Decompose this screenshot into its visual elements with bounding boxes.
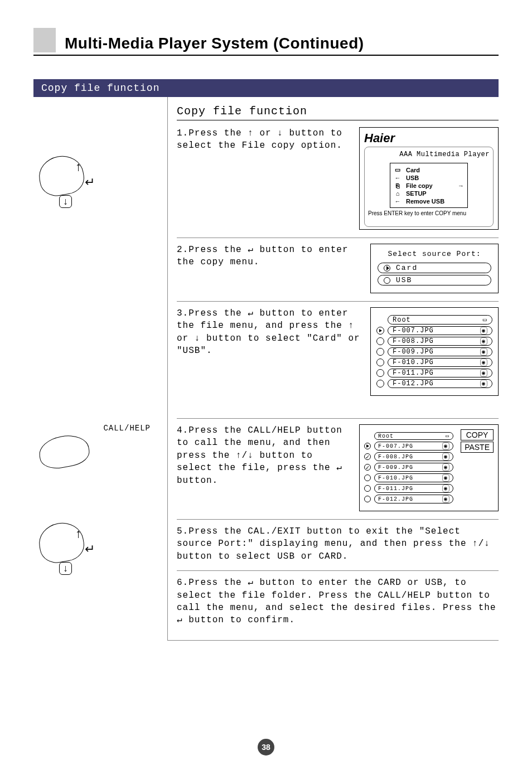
remote-illustration-2 xyxy=(33,436,167,475)
file-name: F-009.JPG xyxy=(378,464,413,471)
enter-icon: ↵ xyxy=(85,175,95,190)
file-name: F-012.JPG xyxy=(378,496,413,502)
osd-select-title: Select source Port: xyxy=(378,250,491,258)
left-column: ↑ ↵ ↓ CALL/HELP ↑ ↵ ↓ xyxy=(33,97,167,641)
file-name: F-008.JPG xyxy=(378,454,413,460)
menu-label: Remove USB xyxy=(406,198,444,205)
radio-selected-icon xyxy=(364,443,371,449)
arrow-down-icon: ↓ xyxy=(59,195,72,208)
image-icon: ◉ xyxy=(480,348,487,356)
copy-icon: ⎘ xyxy=(394,182,402,189)
osd-file-list: Root ▭ F-007.JPG◉ F-008.JPG◉ F-0 xyxy=(370,307,499,396)
root-label: Root xyxy=(393,316,411,324)
enter-icon: ↵ xyxy=(85,542,95,556)
step-1: 1.Press the ↑ or ↓ button to select the … xyxy=(177,127,499,230)
image-icon: ◉ xyxy=(442,453,449,461)
step-5: 5.Press the CAL./EXIT button to exit the… xyxy=(177,519,499,563)
file-row[interactable]: F-011.JPG◉ xyxy=(376,369,492,377)
file-row[interactable]: F-008.JPG◉ xyxy=(376,337,492,346)
osd-main-menu: Haier AAA Multimedia Player ▭ Card ← USB xyxy=(359,127,499,230)
menu-label: USB xyxy=(406,175,419,181)
step-2: 2.Press the ↵ button to enter the copy m… xyxy=(177,238,499,293)
menu-item-usb[interactable]: ← USB xyxy=(394,174,464,182)
brand-logo: Haier xyxy=(364,131,494,146)
header-accent-block xyxy=(33,28,56,52)
file-name: F-011.JPG xyxy=(378,486,413,492)
file-row[interactable]: F-012.JPG◉ xyxy=(376,379,492,388)
radio-icon xyxy=(376,348,384,356)
image-icon: ◉ xyxy=(442,442,449,450)
osd-subtitle: AAA Multimedia Player xyxy=(368,151,490,158)
osd-copy-paste: COPY PASTE Root ▭ F-0 xyxy=(359,424,499,511)
step-6-text: 6.Press the ↵ button to enter the CARD o… xyxy=(177,577,499,627)
option-label: Card xyxy=(396,264,418,272)
file-row[interactable]: F-012.JPG◉ xyxy=(364,495,453,503)
image-icon: ◉ xyxy=(480,369,487,377)
file-name: F-008.JPG xyxy=(393,337,434,345)
folder-icon: ▭ xyxy=(483,316,487,324)
menu-item-setup[interactable]: ⌂ SETUP xyxy=(394,190,464,197)
arrow-down-icon: ↓ xyxy=(59,562,72,575)
image-icon: ◉ xyxy=(442,495,449,503)
radio-icon xyxy=(376,359,384,366)
menu-item-remove-usb[interactable]: ← Remove USB xyxy=(394,197,464,205)
remote-illustration-3: ↑ ↵ ↓ xyxy=(33,523,167,579)
root-folder[interactable]: Root ▭ xyxy=(388,315,492,325)
menu-label: File copy xyxy=(406,182,433,189)
copy-button[interactable]: COPY xyxy=(461,429,494,440)
step-3-text: 3.Press the ↵ button to enter the file m… xyxy=(177,307,364,357)
source-option-usb[interactable]: USB xyxy=(378,275,491,285)
arrow-left-icon: ← xyxy=(394,175,402,181)
step-1-text: 1.Press the ↑ or ↓ button to select the … xyxy=(177,127,352,152)
image-icon: ◉ xyxy=(442,485,449,492)
folder-icon: ▭ xyxy=(446,433,449,439)
file-name: F-007.JPG xyxy=(393,327,434,335)
page-header: Multi-Media Player System (Continued) xyxy=(33,28,499,56)
radio-icon xyxy=(376,380,384,388)
step-4: 4.Press the CALL/HELP button to call the… xyxy=(177,418,499,511)
file-row[interactable]: F-007.JPG◉ xyxy=(364,442,453,451)
osd-hint: Press ENTER key to enter COPY menu xyxy=(368,210,490,216)
option-label: USB xyxy=(396,276,412,284)
file-row[interactable]: F-010.JPG◉ xyxy=(364,473,453,482)
source-option-card[interactable]: Card xyxy=(378,263,491,273)
menu-item-file-copy[interactable]: ⎘ File copy → xyxy=(394,182,464,190)
page-number: 38 xyxy=(258,739,274,756)
radio-icon xyxy=(364,485,371,492)
arrow-left-icon: ← xyxy=(394,198,402,205)
step-2-text: 2.Press the ↵ button to enter the copy m… xyxy=(177,244,364,269)
radio-icon xyxy=(384,277,390,284)
image-icon: ◉ xyxy=(480,359,487,366)
file-name: F-010.JPG xyxy=(393,359,434,366)
file-row[interactable]: F-007.JPG◉ xyxy=(376,326,492,335)
right-column: Copy file function 1.Press the ↑ or ↓ bu… xyxy=(167,97,499,641)
file-name: F-011.JPG xyxy=(393,369,434,377)
root-folder[interactable]: Root ▭ xyxy=(374,432,453,440)
step-4-text: 4.Press the CALL/HELP button to call the… xyxy=(177,424,352,487)
step-3: 3.Press the ↵ button to enter the file m… xyxy=(177,301,499,396)
paste-button[interactable]: PASTE xyxy=(461,442,494,453)
file-row[interactable]: F-011.JPG◉ xyxy=(364,484,453,493)
image-icon: ◉ xyxy=(442,474,449,482)
radio-selected-icon xyxy=(384,265,390,272)
root-label: Root xyxy=(378,433,394,439)
check-icon xyxy=(364,453,371,460)
file-row[interactable]: F-009.JPG◉ xyxy=(376,347,492,356)
section-bar: Copy file function xyxy=(33,79,499,97)
card-icon: ▭ xyxy=(394,166,402,173)
image-icon: ◉ xyxy=(480,327,487,335)
radio-icon xyxy=(364,496,371,502)
file-name: F-010.JPG xyxy=(378,475,413,481)
arrow-up-icon: ↑ xyxy=(75,159,81,174)
radio-icon xyxy=(376,369,384,377)
radio-icon xyxy=(376,337,384,345)
call-help-label: CALL/HELP xyxy=(33,424,167,433)
file-row[interactable]: F-008.JPG◉ xyxy=(364,452,453,461)
menu-item-card[interactable]: ▭ Card xyxy=(394,166,464,174)
file-row[interactable]: F-010.JPG◉ xyxy=(376,358,492,367)
radio-selected-icon xyxy=(376,327,384,335)
page-title: Multi-Media Player System (Continued) xyxy=(65,35,364,52)
file-row[interactable]: F-009.JPG◉ xyxy=(364,463,453,472)
image-icon: ◉ xyxy=(480,337,487,345)
file-name: F-012.JPG xyxy=(393,380,434,388)
